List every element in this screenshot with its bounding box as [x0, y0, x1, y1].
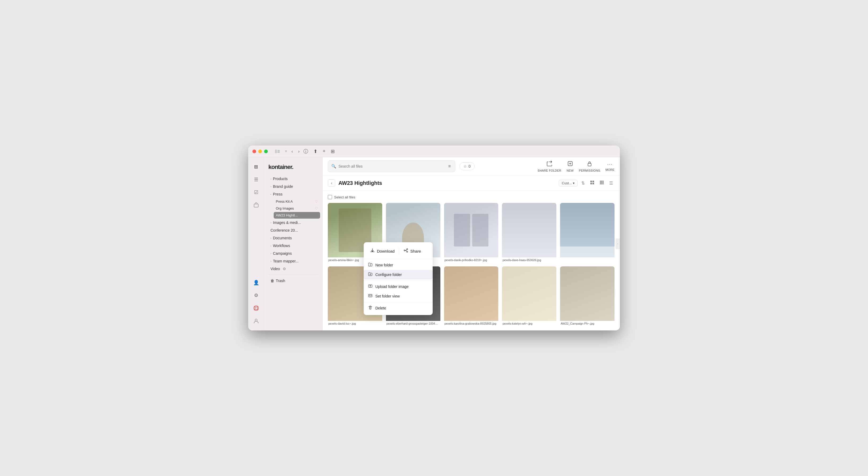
sidebar-item-campaigns[interactable]: › Campaigns	[266, 250, 320, 257]
share-folder-action[interactable]: SHARE FOLDER	[537, 161, 561, 172]
sort-select[interactable]: Cust... ▾	[559, 180, 578, 186]
file-name: pexels-eberhard-grossgasteiger-1004~.jpg	[386, 321, 440, 326]
file-card[interactable]: pexels-karolina-grabowska-8925805.jpg	[444, 266, 498, 326]
sidebar-item-video[interactable]: Video ⚙	[266, 265, 320, 272]
permissions-label: PERMISSIONS	[579, 169, 600, 172]
rail-gear-icon[interactable]: ⚙	[251, 290, 261, 301]
app-grid-icon[interactable]: ⊞	[331, 148, 335, 154]
share-icon	[403, 248, 408, 254]
chevron-right-icon: ›	[271, 252, 271, 255]
svg-rect-20	[600, 181, 601, 182]
sidebar-item-conference[interactable]: Conference 20...	[266, 227, 320, 234]
sidebar-item-brand-guide[interactable]: › Brand guide	[266, 183, 320, 190]
sidebar-item-documents[interactable]: › Documents	[266, 234, 320, 242]
select-all-checkbox[interactable]	[328, 195, 332, 199]
collapse-handle[interactable]: ›	[616, 239, 620, 249]
star-icon: ☆	[463, 164, 467, 169]
sidebar-item-conference-label: Conference 20...	[271, 228, 298, 232]
maximize-button[interactable]	[264, 150, 268, 153]
more-icon: ···	[607, 161, 613, 167]
new-action[interactable]: NEW	[567, 161, 574, 172]
grid2-view-button[interactable]	[598, 179, 606, 187]
permissions-action[interactable]: PERMISSIONS	[579, 161, 600, 172]
sidebar-item-images-media[interactable]: › Images & medi...	[266, 219, 320, 226]
file-name: pexels-katelyn-wh~.jpg	[502, 321, 556, 326]
new-folder-label: New folder	[375, 263, 393, 267]
rail-check-icon[interactable]: ☑	[251, 187, 261, 198]
sort-chevron-icon: ▾	[573, 181, 575, 185]
sidebar-item-press[interactable]: › Press	[266, 190, 320, 198]
rail-lifebuoy-icon[interactable]	[251, 303, 261, 314]
rail-grid-icon[interactable]: ⊞	[251, 161, 261, 172]
list-view-button[interactable]: ☰	[608, 180, 615, 187]
share-icon[interactable]: ⬆	[313, 148, 317, 154]
folder-back-button[interactable]: ‹	[328, 179, 335, 187]
download-label: Download	[377, 249, 395, 254]
context-menu-download-button[interactable]: Download	[366, 246, 399, 256]
svg-rect-19	[592, 183, 594, 184]
new-label: NEW	[567, 169, 574, 172]
rail-bag-icon[interactable]	[251, 200, 261, 210]
grid-view-button[interactable]	[588, 179, 596, 187]
heart-icon: ♡	[315, 200, 318, 204]
sidebar-toggle-button[interactable]	[272, 146, 283, 157]
new-folder-icon	[368, 262, 373, 268]
sidebar-item-images-media-label: Images & medi...	[273, 220, 301, 225]
rail-person-icon[interactable]: 👤	[251, 277, 261, 288]
filter-button[interactable]: ≡	[447, 163, 452, 170]
more-action[interactable]: ··· MORE	[606, 161, 615, 171]
svg-rect-0	[275, 150, 277, 153]
context-menu-set-folder-view-button[interactable]: Set folder view	[364, 291, 433, 301]
chevron-right-icon: ›	[271, 244, 271, 247]
svg-rect-35	[371, 295, 372, 296]
permissions-icon	[587, 161, 592, 168]
app-window: ▼ ‹ › ⓘ ⬆ + ⊞ ⊞ ☰ ☑ 👤 ⚙	[248, 146, 620, 330]
context-menu-configure-folder-button[interactable]: Configure folder	[364, 270, 433, 279]
delete-label: Delete	[375, 306, 386, 310]
sidebar-item-press-label: Press	[273, 192, 282, 196]
sidebar: kontainer. › Products › Brand guide › Pr…	[264, 157, 322, 330]
search-input[interactable]	[338, 164, 445, 169]
sidebar-item-org-images[interactable]: Org Images ♡	[274, 205, 320, 212]
sidebar-item-workflows[interactable]: › Workflows	[266, 242, 320, 249]
sidebar-item-aw23-highlights[interactable]: AW23 Hightl...	[274, 212, 320, 218]
sidebar-item-products[interactable]: › Products	[266, 175, 320, 182]
context-menu-top-row: Download Share	[364, 244, 433, 259]
chevron-right-icon: ›	[271, 185, 271, 188]
context-menu: Download Share	[364, 242, 433, 315]
context-menu-upload-folder-image-button[interactable]: Upload folder image	[364, 282, 433, 291]
search-icon: 🔍	[331, 164, 336, 169]
sidebar-item-trash[interactable]: 🗑 Trash	[266, 277, 320, 285]
rail-user-icon[interactable]	[251, 316, 261, 326]
file-card[interactable]: pexels-danik-prihodko-8219~.jpg	[444, 203, 498, 263]
close-button[interactable]	[252, 150, 256, 153]
svg-point-11	[255, 319, 257, 321]
info-icon[interactable]: ⓘ	[303, 148, 308, 155]
search-bar: 🔍 ≡	[328, 160, 455, 172]
minimize-button[interactable]	[258, 150, 262, 153]
toolbar-actions: SHARE FOLDER NEW	[537, 161, 615, 172]
file-name: AW22_Campaign Ph~.jpg	[560, 321, 615, 326]
forward-button[interactable]: ›	[297, 148, 301, 155]
context-menu-share-button[interactable]: Share	[399, 246, 431, 256]
context-menu-delete-button[interactable]: Delete	[364, 303, 433, 313]
context-menu-new-folder-button[interactable]: New folder	[364, 260, 433, 270]
folder-header-right: Cust... ▾ ⇅	[559, 179, 615, 187]
file-card[interactable]: pexels-katelyn-wh~.jpg	[502, 266, 556, 326]
file-card[interactable]: pexels-dave-haas-953626.jpg	[502, 203, 556, 263]
file-card[interactable]	[560, 203, 615, 263]
download-icon	[370, 248, 375, 254]
svg-point-6	[255, 307, 257, 309]
sidebar-item-press-kit-a[interactable]: Press Kit A ♡	[274, 198, 320, 205]
gear-icon: ⚙	[283, 267, 286, 271]
back-button[interactable]: ‹	[290, 148, 294, 155]
sidebar-item-team-mapper[interactable]: › Team mapper...	[266, 258, 320, 265]
favorites-count: 0	[468, 164, 471, 169]
rail-list-icon[interactable]: ☰	[251, 174, 261, 185]
sidebar-item-video-label: Video	[271, 267, 280, 271]
favorites-button[interactable]: ☆ 0	[460, 162, 475, 170]
file-card[interactable]: AW22_Campaign Ph~.jpg	[560, 266, 615, 326]
set-folder-view-icon	[368, 293, 373, 299]
add-tab-icon[interactable]: +	[323, 148, 326, 154]
sort-toggle-button[interactable]: ⇅	[580, 180, 586, 187]
